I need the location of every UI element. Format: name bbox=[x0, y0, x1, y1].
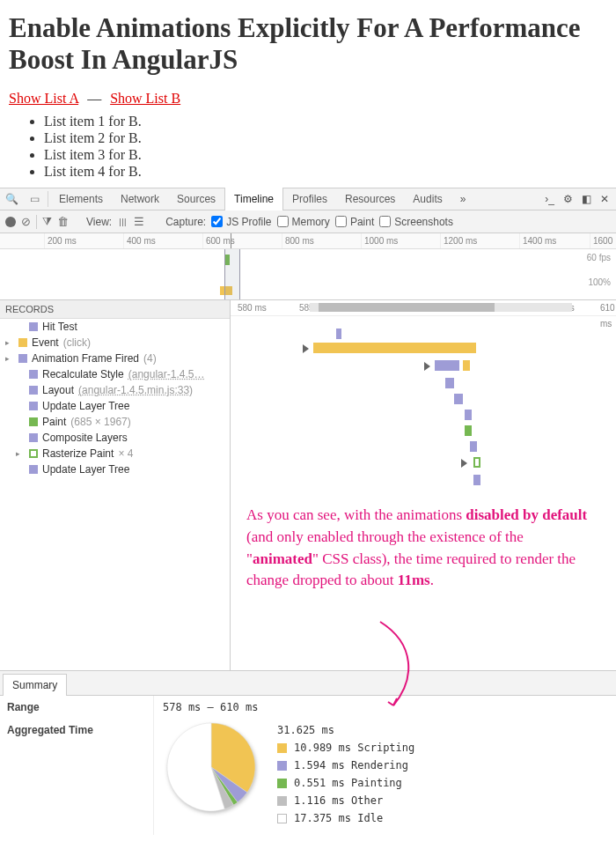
record-label: Paint bbox=[42, 416, 66, 428]
search-icon[interactable]: 🔍 bbox=[0, 193, 23, 205]
record-row[interactable]: Paint (685 × 1967) bbox=[0, 414, 230, 430]
flame-bar[interactable] bbox=[465, 425, 472, 436]
record-row[interactable]: Update Layer Tree bbox=[0, 461, 230, 477]
view-bars-icon[interactable]: ⫼ bbox=[117, 215, 128, 228]
overview-ruler[interactable]: 200 ms 400 ms 600 ms 800 ms 1000 ms 1200… bbox=[0, 233, 616, 249]
tab-resources[interactable]: Resources bbox=[336, 188, 404, 210]
flame-bar[interactable] bbox=[473, 457, 480, 468]
device-icon[interactable]: ▭ bbox=[23, 193, 46, 205]
ruler-cursor[interactable] bbox=[231, 233, 231, 248]
tab-summary[interactable]: Summary bbox=[3, 674, 67, 696]
list-item: List item 3 for B. bbox=[44, 147, 607, 163]
flame-scroll-track[interactable] bbox=[310, 303, 572, 312]
record-button[interactable] bbox=[5, 217, 16, 227]
flame-bar[interactable] bbox=[470, 441, 477, 452]
flame-bar[interactable] bbox=[445, 378, 454, 388]
record-row[interactable]: Hit Test bbox=[0, 319, 230, 335]
capture-label: Capture: bbox=[165, 216, 206, 228]
record-color-icon bbox=[29, 322, 38, 331]
record-row[interactable]: Composite Layers bbox=[0, 430, 230, 446]
show-list-a-link[interactable]: Show List A bbox=[9, 91, 78, 106]
disclosure-icon[interactable]: ▸ bbox=[5, 338, 14, 347]
capture-paint[interactable]: Paint bbox=[335, 216, 374, 228]
flame-tick: 580 ms bbox=[238, 300, 267, 316]
ruler-tick: 1600 ms bbox=[590, 233, 616, 248]
console-icon[interactable]: ›_ bbox=[545, 193, 554, 205]
annotation-text: As you can see, with the animations disa… bbox=[246, 505, 590, 592]
record-color-icon bbox=[29, 417, 38, 426]
link-separator: — bbox=[87, 91, 101, 106]
record-label: Composite Layers bbox=[42, 432, 128, 444]
record-color-icon bbox=[29, 433, 38, 442]
view-flame-icon[interactable]: ☰ bbox=[134, 215, 144, 228]
flame-bar[interactable] bbox=[473, 475, 480, 485]
flame-bar[interactable] bbox=[336, 329, 341, 339]
aggregated-time-label: Aggregated Time bbox=[0, 719, 153, 742]
record-row[interactable]: Layout (angular-1.4.5.min.js:33) bbox=[0, 382, 230, 398]
separator bbox=[36, 215, 37, 229]
expand-icon[interactable] bbox=[461, 459, 467, 468]
tab-elements[interactable]: Elements bbox=[50, 188, 112, 210]
record-row[interactable]: Update Layer Tree bbox=[0, 398, 230, 414]
gear-icon[interactable]: ⚙ bbox=[563, 193, 573, 205]
clear-button[interactable]: ⊘ bbox=[21, 215, 31, 228]
show-list-b-link[interactable]: Show List B bbox=[110, 91, 180, 106]
record-row[interactable]: ▸Animation Frame Fired (4) bbox=[0, 351, 230, 366]
expand-icon[interactable] bbox=[424, 362, 430, 371]
flame-scroll-thumb[interactable] bbox=[319, 303, 495, 312]
flame-bar[interactable] bbox=[435, 360, 459, 371]
records-header: RECORDS bbox=[0, 300, 230, 319]
tab-sources[interactable]: Sources bbox=[168, 188, 224, 210]
expand-icon[interactable] bbox=[303, 344, 309, 353]
flame-chart[interactable]: 580 ms 585 ms 590 ms 595 ms 600 ms 605 m… bbox=[231, 300, 616, 670]
ruler-tick: 400 ms bbox=[123, 233, 156, 248]
tab-overflow[interactable]: » bbox=[451, 188, 475, 210]
records-panel: RECORDS Hit Test▸Event (click)▸Animation… bbox=[0, 300, 231, 670]
page-title: Enable Animations Explicitly For A Perfo… bbox=[9, 12, 607, 75]
overview-strip[interactable]: 60 fps 100% bbox=[0, 249, 616, 300]
pct-label: 100% bbox=[588, 277, 611, 287]
record-color-icon bbox=[29, 370, 38, 379]
record-row[interactable]: ▸Rasterize Paint × 4 bbox=[0, 446, 230, 461]
record-color-icon bbox=[29, 465, 38, 474]
capture-memory[interactable]: Memory bbox=[277, 216, 330, 228]
legend-scripting: 10.989 ms Scripting bbox=[294, 742, 414, 754]
view-label: View: bbox=[86, 216, 112, 228]
capture-screenshots[interactable]: Screenshots bbox=[379, 216, 453, 228]
flame-bar[interactable] bbox=[463, 360, 470, 371]
trash-icon[interactable]: 🗑 bbox=[57, 215, 69, 228]
flame-ruler: 580 ms 585 ms 590 ms 595 ms 600 ms 605 m… bbox=[231, 300, 616, 316]
summary-panel: Range Aggregated Time 578 ms — 610 ms 31… bbox=[0, 696, 616, 835]
capture-jsprofile[interactable]: JS Profile bbox=[211, 216, 271, 228]
ruler-tick: 200 ms bbox=[44, 233, 77, 248]
close-icon[interactable]: ✕ bbox=[600, 193, 609, 205]
record-label: Update Layer Tree bbox=[42, 400, 129, 412]
tab-profiles[interactable]: Profiles bbox=[283, 188, 336, 210]
separator bbox=[48, 191, 48, 207]
tab-network[interactable]: Network bbox=[112, 188, 168, 210]
filter-icon[interactable]: ⧩ bbox=[42, 215, 52, 229]
dock-icon[interactable]: ◧ bbox=[582, 193, 591, 205]
record-row[interactable]: ▸Event (click) bbox=[0, 335, 230, 351]
ruler-tick: 1000 ms bbox=[361, 233, 398, 248]
disclosure-icon[interactable]: ▸ bbox=[16, 449, 25, 458]
flame-bar[interactable] bbox=[313, 343, 476, 353]
record-row[interactable]: Recalculate Style (angular-1.4.5… bbox=[0, 366, 230, 382]
tab-audits[interactable]: Audits bbox=[404, 188, 451, 210]
legend-other: 1.116 ms Other bbox=[294, 794, 383, 807]
disclosure-icon[interactable]: ▸ bbox=[5, 354, 14, 363]
record-color-icon bbox=[18, 338, 27, 347]
ruler-tick: 1200 ms bbox=[440, 233, 477, 248]
record-detail: (angular-1.4.5… bbox=[128, 368, 205, 380]
record-detail: (angular-1.4.5.min.js:33) bbox=[78, 384, 193, 396]
flame-bar[interactable] bbox=[465, 410, 472, 420]
aggregated-time-pie bbox=[163, 719, 260, 816]
tab-timeline[interactable]: Timeline bbox=[224, 188, 283, 210]
overview-selection[interactable] bbox=[224, 249, 240, 299]
record-label: Rasterize Paint bbox=[42, 447, 114, 460]
legend-idle: 17.375 ms Idle bbox=[294, 812, 383, 824]
range-label: Range bbox=[0, 696, 153, 719]
record-label: Animation Frame Fired bbox=[32, 352, 139, 365]
flame-bar[interactable] bbox=[454, 394, 463, 404]
ruler-tick: 800 ms bbox=[282, 233, 314, 248]
